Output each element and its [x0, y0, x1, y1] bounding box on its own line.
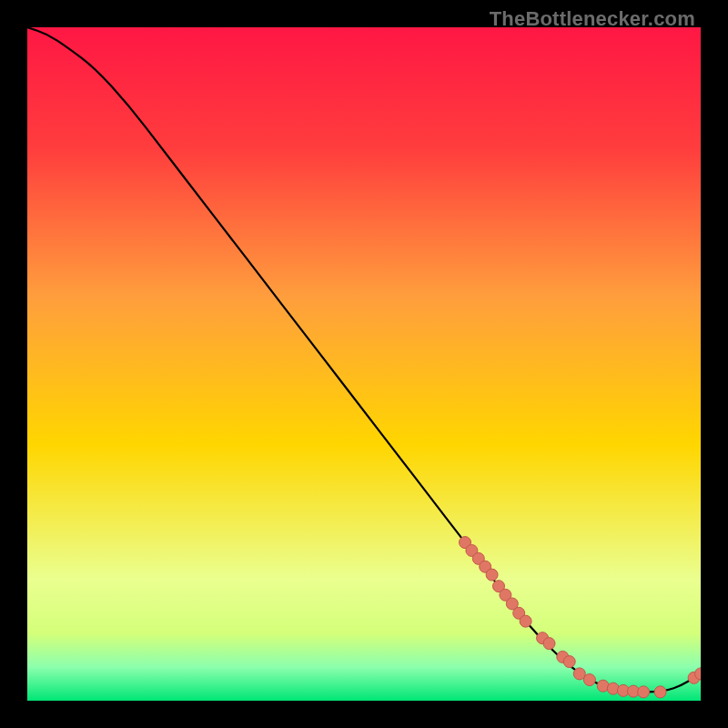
- bottleneck-chart: [27, 27, 701, 701]
- marker-point: [563, 656, 575, 668]
- marker-point: [654, 686, 666, 698]
- marker-point: [583, 674, 595, 686]
- watermark-text: TheBottlenecker.com: [490, 7, 695, 31]
- marker-point: [543, 638, 555, 650]
- chart-container: [27, 27, 701, 701]
- marker-point: [638, 686, 650, 698]
- gradient-background: [27, 27, 701, 701]
- marker-point: [486, 569, 498, 581]
- marker-point: [520, 615, 531, 627]
